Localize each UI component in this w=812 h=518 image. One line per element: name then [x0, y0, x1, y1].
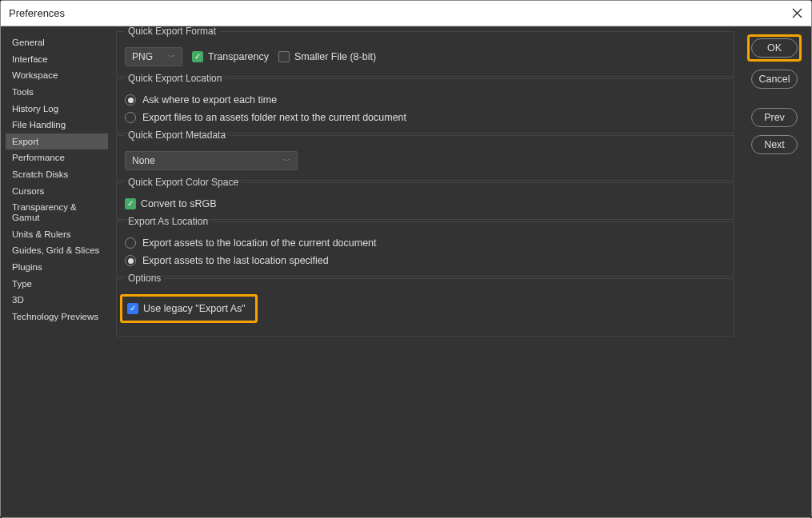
radio-icon — [125, 112, 136, 123]
radio-icon — [125, 255, 136, 266]
exportas-opt1: Export assets to the location of the cur… — [142, 237, 377, 249]
checkbox-icon: ✓ — [125, 198, 136, 209]
dialog-body: General Interface Workspace Tools Histor… — [1, 26, 811, 517]
legacy-label: Use legacy "Export As" — [143, 303, 246, 314]
checkbox-icon — [278, 51, 290, 62]
transparency-checkbox[interactable]: ✓ Transparency — [192, 51, 269, 62]
radio-icon — [125, 94, 136, 106]
location-radio-assets[interactable]: Export files to an assets folder next to… — [125, 112, 406, 123]
fieldset-options: Options ✓ Use legacy "Export As" — [116, 278, 734, 337]
next-button[interactable]: Next — [751, 135, 798, 154]
sidebar: General Interface Workspace Tools Histor… — [6, 31, 108, 512]
smaller-file-checkbox[interactable]: Smaller File (8-bit) — [278, 51, 376, 62]
fieldset-location: Quick Export Location Ask where to expor… — [116, 78, 734, 133]
sidebar-item-history-log[interactable]: History Log — [6, 101, 108, 118]
legend-location: Quick Export Location — [125, 73, 225, 84]
button-column: OK Cancel Prev Next — [742, 31, 806, 512]
legend-exportas: Export As Location — [125, 216, 211, 227]
sidebar-item-units-rulers[interactable]: Units & Rulers — [6, 226, 108, 243]
fieldset-exportas: Export As Location Export assets to the … — [116, 221, 734, 277]
sidebar-item-technology-previews[interactable]: Technology Previews — [6, 309, 108, 325]
legend-colorspace: Quick Export Color Space — [125, 177, 242, 188]
window-title: Preferences — [9, 7, 65, 19]
convert-srgb-checkbox[interactable]: ✓ Convert to sRGB — [125, 198, 216, 209]
sidebar-item-plugins[interactable]: Plugins — [6, 259, 108, 276]
sidebar-item-scratch-disks[interactable]: Scratch Disks — [6, 166, 108, 183]
legend-options: Options — [125, 273, 164, 284]
titlebar: Preferences — [1, 1, 811, 26]
smaller-label: Smaller File (8-bit) — [294, 51, 376, 62]
chevron-down-icon: ﹀ — [168, 52, 175, 62]
main-panel: Quick Export Format PNG ﹀ ✓ Transparency… — [111, 31, 739, 512]
format-select[interactable]: PNG ﹀ — [125, 47, 182, 66]
format-select-value: PNG — [132, 51, 153, 62]
legacy-export-checkbox[interactable]: ✓ Use legacy "Export As" — [127, 303, 246, 314]
legend-format: Quick Export Format — [125, 26, 219, 37]
metadata-select-value: None — [132, 155, 155, 166]
preferences-window: Preferences General Interface Workspace … — [0, 0, 812, 518]
sidebar-item-workspace[interactable]: Workspace — [6, 67, 108, 84]
sidebar-item-interface[interactable]: Interface — [6, 51, 108, 68]
sidebar-item-guides-grid-slices[interactable]: Guides, Grid & Slices — [6, 242, 108, 259]
sidebar-item-performance[interactable]: Performance — [6, 149, 108, 166]
sidebar-item-cursors[interactable]: Cursors — [6, 183, 108, 200]
highlight-ok: OK — [747, 34, 802, 62]
exportas-radio-current[interactable]: Export assets to the location of the cur… — [125, 237, 377, 249]
location-radio-ask[interactable]: Ask where to export each time — [125, 94, 277, 106]
sidebar-item-export[interactable]: Export — [6, 133, 108, 150]
location-opt1: Ask where to export each time — [142, 94, 277, 106]
location-opt2: Export files to an assets folder next to… — [142, 112, 406, 123]
ok-button[interactable]: OK — [751, 38, 798, 58]
checkbox-icon: ✓ — [127, 303, 138, 314]
radio-icon — [125, 237, 136, 249]
sidebar-item-general[interactable]: General — [6, 34, 108, 51]
exportas-radio-last[interactable]: Export assets to the last location speci… — [125, 255, 329, 266]
sidebar-item-3d[interactable]: 3D — [6, 292, 108, 309]
legend-metadata: Quick Export Metadata — [125, 130, 229, 141]
sidebar-item-tools[interactable]: Tools — [6, 84, 108, 101]
fieldset-format: Quick Export Format PNG ﹀ ✓ Transparency… — [116, 31, 734, 77]
convert-label: Convert to sRGB — [141, 198, 216, 209]
fieldset-colorspace: Quick Export Color Space ✓ Convert to sR… — [116, 182, 734, 220]
highlight-legacy: ✓ Use legacy "Export As" — [120, 294, 258, 323]
metadata-select[interactable]: None ﹀ — [125, 151, 298, 170]
cancel-button[interactable]: Cancel — [751, 70, 798, 89]
checkbox-icon: ✓ — [192, 51, 203, 62]
prev-button[interactable]: Prev — [751, 108, 798, 127]
sidebar-item-file-handling[interactable]: File Handling — [6, 117, 108, 133]
chevron-down-icon: ﹀ — [283, 156, 290, 166]
sidebar-item-type[interactable]: Type — [6, 276, 108, 293]
exportas-opt2: Export assets to the last location speci… — [142, 255, 329, 266]
close-icon[interactable] — [790, 7, 803, 20]
transparency-label: Transparency — [208, 51, 269, 62]
fieldset-metadata: Quick Export Metadata None ﹀ — [116, 135, 734, 181]
sidebar-item-transparency-gamut[interactable]: Transparency & Gamut — [6, 199, 108, 225]
